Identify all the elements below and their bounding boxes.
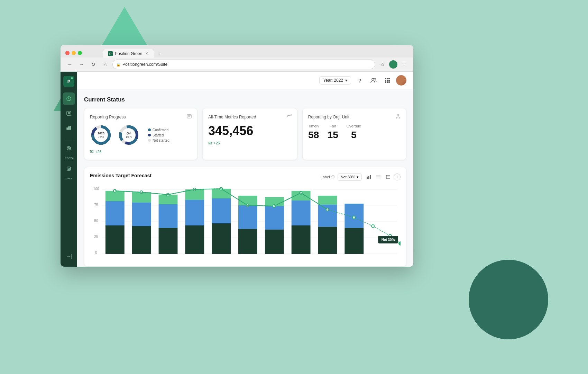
refresh-button[interactable]: ↻ (89, 60, 98, 69)
esrs-label: ESRS (65, 157, 73, 160)
all-time-metrics-card: All-Time Metrics Reported 345,456 (202, 108, 297, 160)
tab-title: Position Green (115, 51, 142, 56)
net-selector[interactable]: Net 30% ▾ (338, 173, 362, 181)
card-header-reporting: Reporting Progress (90, 114, 192, 120)
svg-text:25: 25 (94, 235, 98, 239)
sidebar-item-esrs[interactable] (63, 142, 75, 154)
org-metrics: Timely 58 Fair 15 Overdue 5 (308, 124, 401, 141)
donut-2023-label: 2023 75% (98, 132, 104, 139)
sidebar-divider-1 (64, 139, 74, 139)
minimize-button[interactable] (72, 51, 76, 55)
svg-point-1 (68, 98, 70, 99)
overdue-value: 5 (351, 130, 357, 141)
all-time-notification: ✉ +26 (208, 141, 292, 146)
timely-label: Timely (308, 124, 319, 128)
svg-point-37 (289, 115, 290, 116)
sidebar-bottom: →| (63, 250, 75, 262)
svg-rect-5 (67, 128, 68, 130)
all-time-icon (287, 114, 292, 120)
user-avatar[interactable] (396, 75, 406, 86)
new-tab-button[interactable]: + (156, 50, 164, 58)
close-button[interactable] (65, 51, 70, 55)
timely-value: 58 (308, 130, 319, 141)
tab-favicon: P (108, 51, 113, 56)
label-selector: Label ⓘ (321, 175, 335, 179)
svg-point-106 (399, 242, 401, 245)
svg-rect-25 (187, 115, 191, 118)
sidebar-item-chart[interactable] (63, 122, 75, 134)
notification-badge: ✉ +26 (90, 149, 192, 154)
svg-point-41 (399, 117, 400, 118)
reporting-progress-title: Reporting Progress (90, 115, 126, 119)
reporting-progress-icon (187, 114, 192, 120)
label-info-icon: ⓘ (331, 175, 335, 179)
top-bar: Year: 2022 ▾ ? (77, 72, 413, 89)
svg-rect-86 (238, 205, 257, 229)
maximize-button[interactable] (78, 51, 82, 55)
section-title: Current Status (84, 96, 406, 103)
svg-rect-47 (370, 175, 371, 179)
svg-rect-77 (185, 225, 204, 254)
ghg-label: GHG (65, 177, 72, 180)
svg-rect-81 (212, 223, 231, 254)
menu-button[interactable]: ⋮ (399, 60, 408, 69)
svg-point-40 (396, 117, 397, 118)
back-button[interactable]: ← (65, 60, 74, 69)
bg-circle (469, 260, 548, 339)
svg-rect-7 (70, 126, 71, 130)
chart-area: 100 75 50 25 0 (90, 185, 401, 261)
legend-started: Started (148, 133, 169, 137)
sidebar-logo[interactable]: P (63, 76, 74, 87)
svg-text:50: 50 (94, 219, 98, 223)
donut-2023-chart: 2023 75% (90, 124, 112, 146)
emissions-chart-section: Emissions Target Forecast Label ⓘ Net 30… (84, 167, 406, 267)
card-header-alltime: All-Time Metrics Reported (208, 114, 292, 120)
svg-rect-19 (385, 80, 386, 81)
svg-rect-21 (388, 80, 390, 81)
active-tab[interactable]: P Position Green ✕ (103, 49, 154, 58)
svg-rect-99 (318, 196, 337, 205)
help-button[interactable]: ? (355, 75, 365, 86)
svg-rect-45 (367, 177, 368, 179)
sidebar-collapse-button[interactable]: →| (63, 250, 75, 262)
stacked-chart-btn[interactable] (374, 173, 383, 181)
notification-icon: ✉ (90, 149, 94, 154)
svg-line-44 (398, 117, 399, 117)
bar-chart-btn[interactable] (365, 173, 373, 181)
browser-toolbar: ← → ↻ ⌂ 🔒 Positiongreen.com/Suite ☆ ⋮ (61, 57, 413, 72)
star-button[interactable]: ☆ (378, 60, 387, 69)
org-metric-timely: Timely 58 (308, 124, 319, 141)
year-selector[interactable]: Year: 2022 ▾ (319, 76, 351, 84)
sidebar-item-ghg[interactable] (63, 162, 75, 175)
svg-point-36 (287, 116, 287, 117)
reporting-progress-card: Reporting Progress (84, 108, 197, 160)
legend: Confirmed Started Not started (148, 128, 169, 142)
card-header-org: Reporting by Org. Unit (308, 114, 401, 120)
svg-text:Net 30%: Net 30% (382, 238, 395, 242)
home-button[interactable]: ⌂ (101, 60, 110, 69)
line-chart-btn[interactable] (384, 173, 392, 181)
browser-chrome: P Position Green ✕ + ← → ↻ ⌂ 🔒 Positiong… (61, 45, 413, 72)
people-button[interactable] (368, 75, 379, 86)
svg-rect-18 (388, 78, 390, 79)
donut-q4-chart: Q4 16% (118, 124, 140, 146)
forward-button[interactable]: → (77, 60, 86, 69)
sidebar-item-dashboard[interactable] (63, 92, 75, 105)
browser-profile[interactable] (389, 60, 397, 69)
chart-view-buttons: i (365, 173, 401, 181)
svg-rect-6 (68, 127, 70, 130)
tab-close-button[interactable]: ✕ (144, 51, 149, 56)
legend-dot-started (148, 134, 151, 136)
tab-bar: P Position Green ✕ + (82, 49, 185, 58)
svg-rect-65 (105, 225, 125, 254)
address-bar[interactable]: 🔒 Positiongreen.com/Suite (112, 60, 375, 69)
svg-rect-78 (185, 200, 204, 225)
chart-title: Emissions Target Forecast (90, 173, 151, 178)
apps-button[interactable] (382, 75, 393, 86)
sidebar-item-list[interactable] (63, 107, 75, 119)
chart-info-button[interactable]: i (394, 173, 401, 180)
svg-rect-16 (385, 78, 386, 79)
svg-point-38 (291, 115, 292, 115)
chart-controls: Label ⓘ Net 30% ▾ (321, 173, 401, 181)
cards-row: Reporting Progress (84, 108, 406, 160)
